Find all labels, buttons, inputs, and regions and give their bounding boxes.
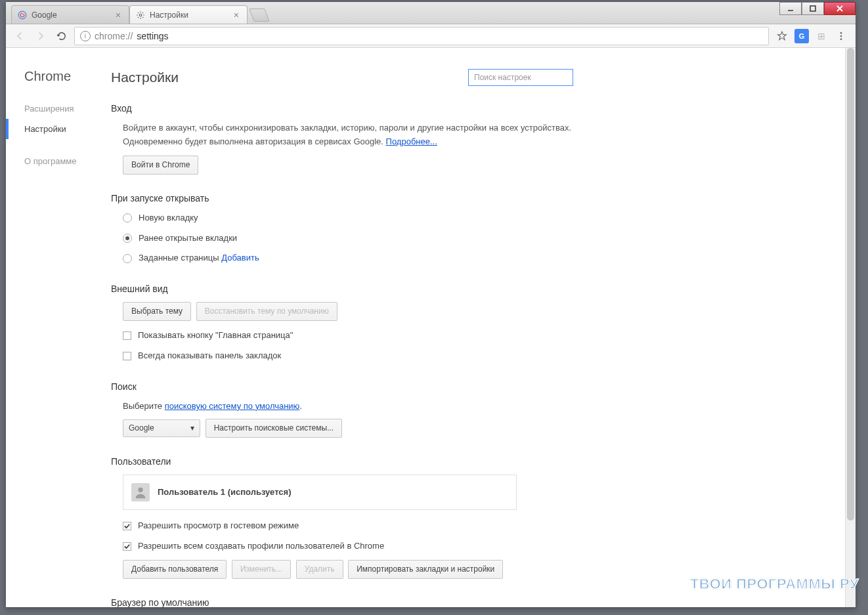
star-icon[interactable] bbox=[773, 27, 791, 45]
tab-title: Настройки bbox=[150, 11, 188, 20]
tab-title: Google bbox=[32, 11, 57, 20]
scrollbar[interactable] bbox=[845, 48, 856, 607]
minimize-button[interactable] bbox=[779, 2, 802, 15]
browser-window: Google × Настройки × i chrome://settings… bbox=[5, 1, 856, 608]
section-title: Пользователи bbox=[111, 456, 584, 467]
tab-close-icon[interactable]: × bbox=[231, 10, 242, 20]
checkbox-icon bbox=[123, 522, 131, 530]
tab-close-icon[interactable]: × bbox=[113, 10, 123, 20]
check-show-bookmarks[interactable]: Всегда показывать панель закладок bbox=[123, 349, 584, 363]
scrollbar-thumb[interactable] bbox=[847, 48, 854, 520]
svg-point-6 bbox=[840, 38, 842, 40]
add-pages-link[interactable]: Добавить bbox=[221, 251, 259, 265]
forward-button[interactable] bbox=[32, 28, 49, 45]
chevron-down-icon: ▾ bbox=[190, 422, 194, 435]
signin-description: Войдите в аккаунт, чтобы синхронизироват… bbox=[123, 121, 584, 149]
radio-newtab[interactable]: Новую вкладку bbox=[123, 211, 584, 225]
tab-google[interactable]: Google × bbox=[11, 5, 129, 24]
site-info-icon[interactable]: i bbox=[80, 31, 91, 41]
search-input[interactable]: Поиск настроек bbox=[468, 69, 573, 86]
menu-icon[interactable] bbox=[832, 27, 850, 45]
tab-strip: Google × Настройки × bbox=[6, 2, 856, 24]
choose-theme-button[interactable]: Выбрать тему bbox=[123, 302, 191, 321]
search-placeholder: Поиск настроек bbox=[474, 73, 531, 82]
google-icon bbox=[17, 10, 28, 20]
check-guest[interactable]: Разрешить просмотр в гостевом режиме bbox=[123, 519, 584, 533]
section-default-browser: Браузер по умолчанию Назначить Google Ch… bbox=[111, 597, 584, 607]
window-controls bbox=[779, 2, 856, 15]
section-title: При запуске открывать bbox=[111, 193, 584, 203]
svg-point-5 bbox=[840, 35, 842, 37]
gear-icon bbox=[135, 10, 146, 20]
section-title: Вход bbox=[111, 103, 584, 114]
edit-user-button[interactable]: Изменить... bbox=[232, 560, 291, 579]
signin-button[interactable]: Войти в Chrome bbox=[123, 156, 198, 175]
section-title: Поиск bbox=[111, 381, 584, 392]
tab-settings[interactable]: Настройки × bbox=[129, 5, 248, 24]
avatar-icon bbox=[131, 483, 150, 501]
toolbar: i chrome://settings G ⊞ bbox=[6, 24, 856, 48]
translate-icon[interactable]: G bbox=[792, 27, 811, 45]
toolbar-right: G ⊞ bbox=[773, 27, 850, 45]
url-scheme: chrome:// bbox=[95, 31, 133, 41]
maximize-button[interactable] bbox=[802, 2, 824, 15]
learn-more-link[interactable]: Подробнее... bbox=[386, 137, 437, 146]
manage-engines-button[interactable]: Настроить поисковые системы... bbox=[206, 419, 343, 438]
reset-theme-button[interactable]: Восстановить тему по умолчанию bbox=[196, 302, 337, 321]
checkbox-icon bbox=[123, 542, 131, 551]
page-content: Chrome Расширения Настройки О программе … bbox=[6, 48, 856, 607]
extension-icon[interactable]: ⊞ bbox=[812, 27, 831, 45]
section-startup: При запуске открывать Новую вкладку Ране… bbox=[111, 193, 584, 265]
sidebar-item-settings[interactable]: Настройки bbox=[6, 119, 111, 139]
sidebar-item-extensions[interactable]: Расширения bbox=[6, 98, 111, 119]
brand-label: Chrome bbox=[6, 69, 111, 84]
section-title: Внешний вид bbox=[111, 284, 584, 294]
header-row: Настройки Поиск настроек bbox=[111, 69, 842, 86]
current-user-label: Пользователь 1 (используется) bbox=[158, 486, 292, 499]
default-search-link[interactable]: поисковую систему по умолчанию bbox=[165, 401, 300, 411]
address-bar[interactable]: i chrome://settings bbox=[74, 27, 769, 45]
page-title: Настройки bbox=[111, 70, 179, 85]
current-user-row[interactable]: Пользователь 1 (используется) bbox=[123, 475, 517, 510]
radio-icon bbox=[123, 254, 132, 263]
radio-icon bbox=[123, 234, 132, 243]
checkbox-icon bbox=[123, 352, 131, 360]
delete-user-button[interactable]: Удалить bbox=[296, 560, 343, 579]
radio-pages[interactable]: Заданные страницы Добавить bbox=[123, 251, 584, 265]
section-appearance: Внешний вид Выбрать тему Восстановить те… bbox=[111, 284, 584, 363]
sidebar: Chrome Расширения Настройки О программе bbox=[6, 48, 111, 607]
close-button[interactable] bbox=[824, 2, 856, 15]
back-button[interactable] bbox=[11, 28, 28, 45]
new-tab-button[interactable] bbox=[249, 9, 269, 22]
search-description: Выберите поисковую систему по умолчанию. bbox=[123, 400, 584, 414]
reload-button[interactable] bbox=[53, 28, 70, 45]
settings-main: Настройки Поиск настроек Вход Войдите в … bbox=[111, 48, 856, 607]
section-title: Браузер по умолчанию bbox=[111, 597, 584, 607]
search-engine-select[interactable]: Google▾ bbox=[123, 419, 200, 437]
svg-rect-1 bbox=[810, 6, 815, 11]
check-show-home[interactable]: Показывать кнопку "Главная страница" bbox=[123, 329, 584, 343]
radio-previous[interactable]: Ранее открытые вкладки bbox=[123, 232, 584, 245]
sidebar-item-about[interactable]: О программе bbox=[6, 151, 111, 171]
url-path: settings bbox=[137, 31, 168, 41]
section-users: Пользователи Пользователь 1 (используетс… bbox=[111, 456, 584, 579]
checkbox-icon bbox=[123, 331, 131, 340]
import-button[interactable]: Импортировать закладки и настройки bbox=[348, 560, 503, 579]
svg-point-2 bbox=[18, 11, 26, 19]
svg-point-3 bbox=[139, 14, 142, 16]
radio-icon bbox=[123, 213, 132, 223]
add-user-button[interactable]: Добавить пользователя bbox=[123, 560, 227, 579]
svg-point-7 bbox=[138, 488, 142, 492]
section-search: Поиск Выберите поисковую систему по умол… bbox=[111, 381, 584, 438]
section-signin: Вход Войдите в аккаунт, чтобы синхронизи… bbox=[111, 103, 584, 175]
svg-point-4 bbox=[840, 32, 842, 34]
check-anyone[interactable]: Разрешить всем создавать профили пользов… bbox=[123, 540, 584, 553]
